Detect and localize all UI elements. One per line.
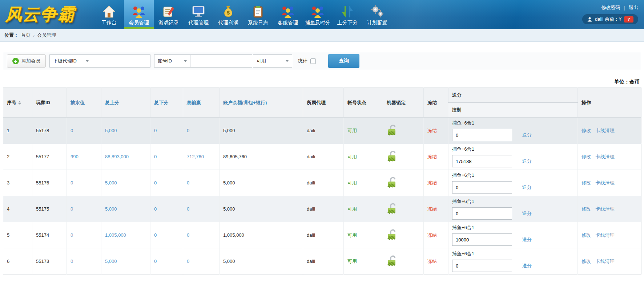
col-total-winloss[interactable]: 总输赢 [183,88,220,118]
cell-index: 2 [3,144,32,170]
clear-line-link[interactable]: 卡线清理 [596,232,615,238]
col-total-up[interactable]: 总上分 [101,88,150,118]
agent-id-select[interactable]: 下级代理ID [49,54,92,68]
cell-total-up: 5,000 [101,170,150,196]
nav-item-agent-manage[interactable]: 代理管理 [184,0,213,29]
cell-machine-lock [383,196,424,222]
col-send-score: 送分 [448,88,578,103]
cell-agent: daili [303,248,344,274]
nav-item-system-logs[interactable]: 系统日志 [243,0,273,29]
cell-balance: 5,000 [220,118,303,144]
account-id-input[interactable] [190,54,252,68]
cell-account-status: 可用 [344,196,383,222]
cell-send-score: 捕鱼+6合1 送分 [448,144,578,170]
cell-total-down: 0 [150,222,183,248]
unlock-icon[interactable] [387,124,398,136]
cell-freeze: 冻结 [424,118,448,144]
send-score-input[interactable] [452,129,512,141]
freeze-link[interactable]: 冻结 [427,180,437,186]
add-member-button[interactable]: + 添加会员 [7,54,46,68]
account-id-select[interactable]: 账号ID [154,54,190,68]
edit-link[interactable]: 修改 [581,206,591,212]
send-score-link[interactable]: 送分 [522,236,532,243]
col-balance[interactable]: 账户余额(背包+银行) [220,88,303,118]
freeze-link[interactable]: 冻结 [427,259,437,264]
col-actions: 操作 [578,88,641,118]
col-pump[interactable]: 抽水值 [67,88,101,118]
svg-text:$: $ [227,9,230,16]
edit-link[interactable]: 修改 [581,232,591,238]
support-icon [280,4,295,19]
game-label: 捕鱼+6合1 [452,198,574,205]
edit-link[interactable]: 修改 [581,154,591,159]
send-score-link[interactable]: 送分 [522,263,532,269]
cell-send-score: 捕鱼+6合1 送分 [448,248,578,274]
cell-total-winloss: 0 [183,118,220,144]
nav-item-fishing-score[interactable]: 捕鱼及时分 [303,0,333,29]
nav-item-game-records[interactable]: 游戏记录 [154,0,184,29]
col-freeze: 冻结 [424,88,448,118]
send-score-link[interactable]: 送分 [522,184,532,191]
table-row: 4 55175 0 5,000 0 0 5,000 daili 可用 冻结 捕鱼… [3,196,641,222]
send-score-link[interactable]: 送分 [522,158,532,164]
clear-line-link[interactable]: 卡线清理 [596,154,615,159]
freeze-link[interactable]: 冻结 [427,232,437,238]
cell-actions: 修改 卡线清理 [578,144,641,170]
nav-item-label: 客服管理 [278,20,298,25]
freeze-link[interactable]: 冻结 [427,128,437,133]
cell-send-score: 捕鱼+6合1 送分 [448,170,578,196]
cell-machine-lock [383,170,424,196]
nav-item-support[interactable]: 客服管理 [273,0,303,29]
nav-item-agent-profit[interactable]: $ 代理利润 [213,0,243,29]
table-row: 6 55173 0 5,000 0 0 5,000 daili 可用 冻结 捕鱼… [3,248,641,274]
fishing-score-icon [310,4,325,19]
send-score-link[interactable]: 送分 [522,132,532,138]
breadcrumb-home[interactable]: 首页 [21,32,31,38]
send-score-input[interactable] [452,233,512,246]
send-score-input[interactable] [452,155,512,167]
clear-line-link[interactable]: 卡线清理 [596,180,615,186]
cell-agent: daili [303,196,344,222]
unlock-icon[interactable] [387,203,398,214]
game-label: 捕鱼+6合1 [452,146,574,152]
clear-line-link[interactable]: 卡线清理 [596,128,615,133]
workbench-icon [101,4,117,19]
game-label: 捕鱼+6合1 [452,172,574,179]
cell-balance: 1,005,000 [220,222,303,248]
send-score-link[interactable]: 送分 [522,210,532,217]
unlock-icon[interactable] [387,176,398,188]
send-score-input[interactable] [452,181,512,194]
nav-item-workbench[interactable]: 工作台 [94,0,124,29]
table-row: 5 55174 0 1,005,000 0 0 1,005,000 daili … [3,222,641,248]
unlock-icon[interactable] [387,150,398,162]
nav-item-members[interactable]: 会员管理 [124,0,154,29]
col-total-down[interactable]: 总下分 [150,88,183,118]
stats-checkbox[interactable] [310,58,316,64]
nav-item-plan-config[interactable]: 计划配置 [362,0,392,29]
col-index[interactable]: 序号 [3,88,32,118]
logout-link[interactable]: 退出 [629,4,638,11]
edit-link[interactable]: 修改 [581,128,591,133]
agent-id-input[interactable] [92,54,150,68]
search-button[interactable]: 查询 [328,54,359,68]
cell-total-winloss: 0 [183,248,220,274]
cell-player-id: 55174 [32,222,67,248]
change-password-link[interactable]: 修改密码 [601,4,620,11]
chevron-down-icon [86,60,89,62]
status-select[interactable]: 可用 [253,54,292,68]
freeze-link[interactable]: 冻结 [427,154,437,159]
edit-link[interactable]: 修改 [581,180,591,186]
cell-freeze: 冻结 [424,170,448,196]
user-balance-pill: daili 余额：¥ ? [582,14,638,24]
unlock-icon[interactable] [387,229,398,240]
nav-item-score-updown[interactable]: 上分下分 [333,0,362,29]
freeze-link[interactable]: 冻结 [427,206,437,212]
edit-link[interactable]: 修改 [581,259,591,264]
send-score-input[interactable] [452,260,512,272]
unlock-icon[interactable] [387,255,398,267]
cell-account-status: 可用 [344,118,383,144]
send-score-input[interactable] [452,207,512,220]
clear-line-link[interactable]: 卡线清理 [596,259,615,264]
cell-pump: 0 [67,196,101,222]
clear-line-link[interactable]: 卡线清理 [596,206,615,212]
